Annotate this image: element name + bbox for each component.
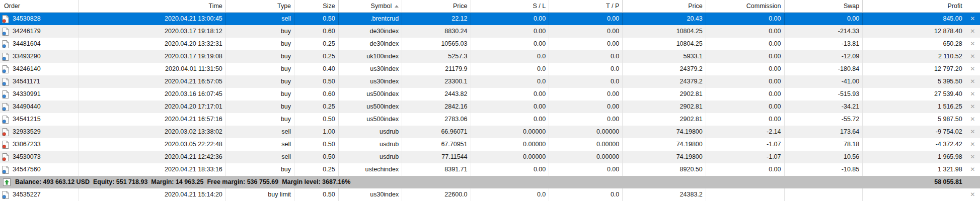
order-row[interactable]: 345308282020.04.21 13:00:45sell0.50.bren…: [0, 13, 980, 25]
order-row[interactable]: 345475602020.04.21 18:33:16buy0.25ustech…: [0, 163, 980, 176]
cell-tp: 0.00000: [549, 151, 622, 163]
column-header-price_cur[interactable]: Price: [622, 0, 705, 13]
buy-order-icon: [2, 90, 9, 98]
column-header-label: Size: [323, 3, 335, 10]
buy-order-icon: [2, 65, 9, 73]
column-header-size[interactable]: Size: [294, 0, 338, 13]
sell-order-icon: [2, 141, 9, 149]
cell-price_cur: 2902.81: [622, 113, 705, 126]
column-header-price_open[interactable]: Price: [402, 0, 470, 13]
cell-profit: 1 516.25: [862, 100, 965, 113]
close-order-icon[interactable]: ✕: [970, 163, 975, 176]
cell-type: sell: [225, 13, 294, 25]
column-header-label: Order: [4, 0, 20, 13]
cell-commission: 0.00: [706, 75, 784, 88]
order-row[interactable]: 342461792020.03.17 19:18:12buy0.60de30in…: [0, 25, 980, 38]
cell-price_cur: 24383.2: [622, 188, 705, 201]
buy-order-icon: [2, 78, 9, 86]
order-row[interactable]: 343309912020.03.16 16:07:45buy0.60us500i…: [0, 88, 980, 100]
cell-time: 2020.04.20 13:32:31: [79, 38, 225, 50]
cell-order: 34490440: [0, 100, 79, 113]
order-row[interactable]: 329335292020.03.02 13:38:02sell1.00usdru…: [0, 126, 980, 138]
cell-order: 34246179: [0, 25, 79, 38]
column-header-sl[interactable]: S / L: [471, 0, 549, 13]
cell-type: sell: [225, 151, 294, 163]
column-header-symbol[interactable]: Symbol: [338, 0, 402, 13]
cell-price_open: 8391.71: [402, 163, 470, 176]
close-cell: ✕: [965, 38, 980, 50]
cell-swap: -515.93: [784, 88, 863, 100]
cell-price_cur: 20.43: [622, 13, 705, 25]
column-header-swap[interactable]: Swap: [784, 0, 863, 13]
close-order-icon[interactable]: ✕: [970, 188, 975, 201]
cell-time: 2020.03.16 16:07:45: [79, 88, 225, 100]
cell-price_cur: 24379.2: [622, 63, 705, 75]
cell-price_open: 22600.0: [402, 188, 470, 201]
cell-time: 2020.04.21 16:57:05: [79, 75, 225, 88]
cell-profit: [862, 188, 965, 201]
cell-time: 2020.04.21 16:57:16: [79, 113, 225, 126]
cell-size: 1.00: [294, 126, 338, 138]
column-header-order[interactable]: Order: [0, 0, 79, 13]
order-row[interactable]: 334932902020.03.17 19:19:08buy0.25uk100i…: [0, 50, 980, 63]
cell-swap: -12.09: [784, 50, 863, 63]
cell-type: sell: [225, 126, 294, 138]
column-header-time[interactable]: Time: [79, 0, 225, 13]
close-order-icon[interactable]: ✕: [970, 138, 975, 151]
order-row[interactable]: 345300732020.04.21 12:42:36sell0.50usdru…: [0, 151, 980, 163]
close-order-icon[interactable]: ✕: [970, 151, 975, 163]
cell-sl: 0.00: [471, 38, 549, 50]
close-order-icon[interactable]: ✕: [970, 75, 975, 88]
order-row[interactable]: 344904402020.04.20 17:17:01buy0.25us500i…: [0, 100, 980, 113]
close-order-icon[interactable]: ✕: [970, 50, 975, 63]
cell-swap: 78.18: [784, 138, 863, 151]
cell-size: 0.25: [294, 100, 338, 113]
cell-sl: 0.00000: [471, 126, 549, 138]
cell-price_open: 8830.24: [402, 25, 470, 38]
close-order-icon[interactable]: ✕: [970, 13, 975, 25]
close-order-icon[interactable]: ✕: [970, 25, 975, 38]
close-order-icon[interactable]: ✕: [970, 88, 975, 100]
column-header-commission[interactable]: Commission: [706, 0, 784, 13]
column-header-tp[interactable]: T / P: [549, 0, 622, 13]
pending-order-row[interactable]: 345352272020.04.21 15:14:20buy limit0.50…: [0, 188, 980, 201]
cell-profit: 650.28: [862, 38, 965, 50]
cell-price_open: 10565.03: [402, 38, 470, 50]
cell-time: 2020.04.21 12:42:36: [79, 151, 225, 163]
cell-type: buy: [225, 25, 294, 38]
cell-swap: -10.85: [784, 163, 863, 176]
cell-sl: 0.00: [471, 88, 549, 100]
cell-profit: 1 965.98: [862, 151, 965, 163]
close-cell: ✕: [965, 113, 980, 126]
cell-tp: 0.00: [549, 38, 622, 50]
cell-swap: -34.21: [784, 100, 863, 113]
order-row[interactable]: 344816042020.04.20 13:32:31buy0.25de30in…: [0, 38, 980, 50]
cell-tp: 0.0: [549, 63, 622, 75]
close-order-icon[interactable]: ✕: [970, 100, 975, 113]
order-row[interactable]: 330672332020.03.05 22:22:48sell0.50usdru…: [0, 138, 980, 151]
cell-tp: 0.00000: [549, 138, 622, 151]
cell-symbol: de30index: [338, 25, 402, 38]
order-row[interactable]: 342461402020.04.01 11:31:50buy0.40us30in…: [0, 63, 980, 75]
order-row[interactable]: 345411712020.04.21 16:57:05buy0.50us30in…: [0, 75, 980, 88]
cell-swap: -180.84: [784, 63, 863, 75]
order-number: 34541215: [13, 113, 41, 126]
close-order-icon[interactable]: ✕: [970, 38, 975, 50]
order-number: 34490440: [13, 100, 41, 113]
cell-price_open: 67.70951: [402, 138, 470, 151]
close-order-icon[interactable]: ✕: [970, 126, 975, 138]
cell-profit: 12 797.20: [862, 63, 965, 75]
column-header-label: Type: [277, 3, 291, 10]
cell-symbol: us30index: [338, 75, 402, 88]
order-row[interactable]: 345412152020.04.21 16:57:16buy0.50us500i…: [0, 113, 980, 126]
column-header-type[interactable]: Type: [225, 0, 294, 13]
close-order-icon[interactable]: ✕: [970, 113, 975, 126]
cell-tp: 0.00: [549, 88, 622, 100]
column-header-profit[interactable]: Profit: [862, 0, 965, 13]
order-number: 34535227: [13, 188, 41, 201]
close-order-icon[interactable]: ✕: [970, 63, 975, 75]
cell-commission: -1.07: [706, 138, 784, 151]
cell-time: 2020.03.02 13:38:02: [79, 126, 225, 138]
order-number: 34330991: [13, 88, 41, 100]
balance-close-spacer: [965, 176, 980, 188]
